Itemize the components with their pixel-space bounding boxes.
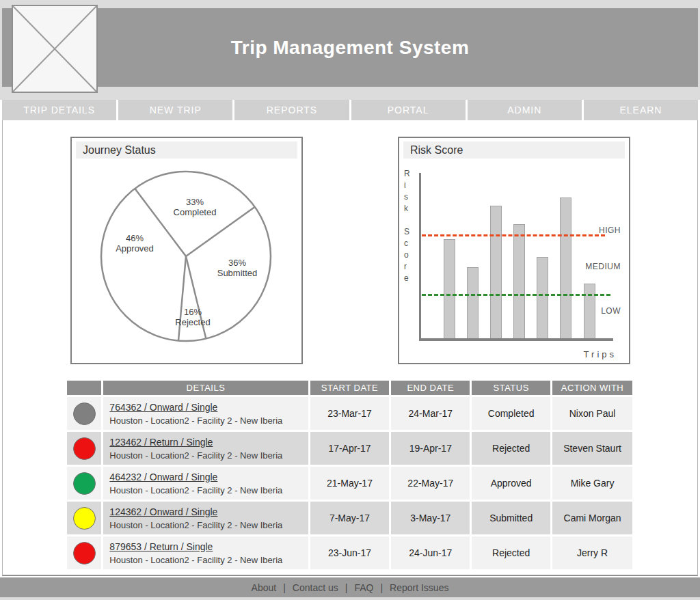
table-row: 464232 / Onward / SingleHouston - Locati…: [67, 467, 632, 500]
trip-link[interactable]: 879653 / Return / Single: [109, 541, 213, 552]
start-date-cell: 17-Apr-17: [310, 432, 390, 465]
table-row: 879653 / Return / SingleHouston - Locati…: [67, 536, 632, 569]
pie-slice-label: Submitted: [217, 268, 258, 278]
trip-link[interactable]: 764362 / Onward / Single: [109, 402, 217, 413]
status-dot-cell: [67, 502, 101, 534]
logo-placeholder: [12, 5, 98, 93]
status-dot-green: [73, 472, 96, 495]
status-cell: Submitted: [472, 502, 550, 534]
status-dot-cell: [67, 432, 101, 465]
trip-table: DETAILS START DATE END DATE STATUS ACTIO…: [65, 379, 634, 571]
footer-separator: |: [345, 582, 348, 593]
trip-route: Houston - Location2 - Facility 2 - New I…: [109, 415, 308, 426]
end-date-cell: 3-May-17: [391, 502, 470, 534]
trip-route: Houston - Location2 - Facility 2 - New I…: [109, 555, 308, 565]
status-dot-cell: [67, 536, 101, 569]
header-band: Trip Management System: [2, 8, 698, 87]
risk-bar-chart: [419, 173, 613, 338]
header-status: STATUS: [472, 381, 550, 395]
header: Trip Management System: [0, 0, 700, 100]
footer-link-faq[interactable]: FAQ: [354, 582, 373, 593]
end-date-cell: 24-Mar-17: [391, 397, 470, 430]
trip-link[interactable]: 124362 / Onward / Single: [109, 506, 217, 517]
header-details: DETAILS: [103, 381, 308, 395]
page-title: Trip Management System: [2, 8, 698, 87]
footer-separator: |: [283, 582, 286, 593]
pie-slice-percent: 36%: [228, 258, 246, 268]
band-label-medium: MEDIUM: [585, 262, 621, 271]
trip-table-header-row: DETAILS START DATE END DATE STATUS ACTIO…: [67, 381, 632, 395]
content-area: Journey Status 33%Completed46%Approved36…: [2, 120, 698, 576]
trip-table-body: 764362 / Onward / SingleHouston - Locati…: [67, 397, 632, 569]
details-cell: 124362 / Onward / SingleHouston - Locati…: [103, 502, 308, 534]
status-cell: Rejected: [472, 536, 550, 569]
details-cell: 879653 / Return / SingleHouston - Locati…: [103, 536, 308, 569]
risk-bar-5: [537, 257, 548, 338]
image-placeholder-icon: [13, 6, 96, 92]
table-row: 124362 / Onward / SingleHouston - Locati…: [67, 502, 632, 534]
risk-bar-4: [513, 224, 525, 338]
nav-item-reports[interactable]: REPORTS: [234, 100, 349, 120]
footer-link-about[interactable]: About: [252, 582, 277, 593]
footer-link-report-issues[interactable]: Report Issues: [390, 582, 448, 593]
journey-status-pie-chart: 33%Completed46%Approved36%Submitted16%Re…: [72, 138, 301, 363]
status-dot-gray: [73, 403, 96, 425]
risk-x-axis: [419, 338, 613, 341]
header-action-with: ACTION WITH: [552, 381, 632, 395]
risk-bar-2: [467, 267, 479, 338]
details-cell: 764362 / Onward / SingleHouston - Locati…: [103, 397, 308, 430]
risk-bar-1: [444, 239, 455, 338]
risk-score-panel-title: Risk Score: [403, 141, 625, 159]
action-with-cell: Mike Gary: [552, 467, 632, 500]
nav-item-elearn[interactable]: ELEARN: [584, 100, 698, 120]
footer-link-contact-us[interactable]: Contact us: [293, 582, 338, 593]
trip-route: Houston - Location2 - Facility 2 - New I…: [109, 450, 308, 461]
trip-route: Houston - Location2 - Facility 2 - New I…: [109, 485, 308, 495]
action-with-cell: Cami Morgan: [552, 502, 632, 534]
risk-score-panel: Risk Score Risk Score Trips HIGHMEDIUMLO…: [398, 137, 630, 364]
status-dot-yellow: [73, 507, 96, 530]
journey-status-panel-title: Journey Status: [76, 141, 297, 159]
details-cell: 123462 / Return / SingleHouston - Locati…: [103, 432, 308, 465]
pie-slice-label: Approved: [116, 243, 154, 254]
journey-status-panel: Journey Status 33%Completed46%Approved36…: [70, 137, 303, 364]
status-dot-cell: [67, 397, 101, 430]
trip-link[interactable]: 464232 / Onward / Single: [109, 472, 217, 482]
status-dot-red: [73, 437, 96, 460]
band-label-high: HIGH: [599, 226, 621, 235]
start-date-cell: 23-Mar-17: [310, 397, 390, 430]
nav-item-trip-details[interactable]: TRIP DETAILS: [2, 100, 116, 120]
nav-item-new-trip[interactable]: NEW TRIP: [118, 100, 232, 120]
threshold-line-high: [422, 234, 605, 236]
table-row: 123462 / Return / SingleHouston - Locati…: [67, 432, 632, 465]
header-start-date: START DATE: [310, 381, 390, 395]
footer: About | Contact us | FAQ | Report Issues: [0, 577, 700, 597]
nav-item-portal[interactable]: PORTAL: [351, 100, 466, 120]
pie-slice-label: Completed: [174, 207, 217, 217]
status-dot-cell: [67, 467, 101, 500]
header-end-date: END DATE: [391, 381, 470, 395]
pie-slice-label: Rejected: [175, 317, 210, 327]
start-date-cell: 7-May-17: [310, 502, 390, 534]
end-date-cell: 22-May-17: [391, 467, 470, 500]
trip-link[interactable]: 123462 / Return / Single: [109, 437, 213, 448]
start-date-cell: 23-Jun-17: [310, 536, 390, 569]
start-date-cell: 21-May-17: [310, 467, 390, 500]
action-with-cell: Nixon Paul: [552, 397, 632, 430]
risk-bar-3: [490, 206, 502, 338]
threshold-line-low: [422, 294, 610, 296]
band-label-low: LOW: [601, 306, 621, 316]
nav-item-admin[interactable]: ADMIN: [468, 100, 582, 120]
details-cell: 464232 / Onward / SingleHouston - Locati…: [103, 467, 308, 500]
risk-y-axis-label: Risk Score: [404, 168, 410, 284]
status-dot-red: [73, 542, 96, 564]
pie-slice-percent: 16%: [184, 307, 202, 317]
table-row: 764362 / Onward / SingleHouston - Locati…: [67, 397, 632, 430]
footer-separator: |: [380, 582, 383, 593]
risk-x-axis-title: Trips: [584, 349, 617, 359]
end-date-cell: 24-Jun-17: [391, 536, 470, 569]
status-cell: Completed: [472, 397, 550, 430]
status-cell: Approved: [472, 467, 550, 500]
action-with-cell: Steven Staurt: [552, 432, 632, 465]
pie-slice-percent: 46%: [126, 233, 144, 243]
